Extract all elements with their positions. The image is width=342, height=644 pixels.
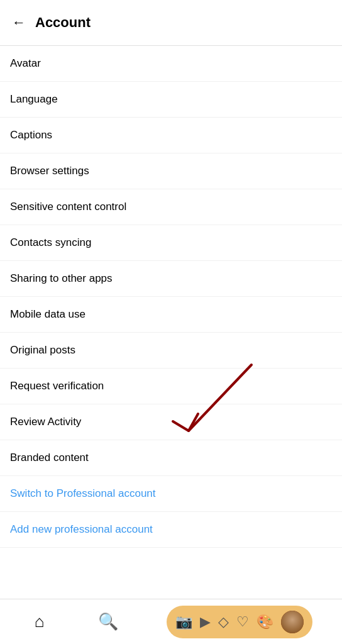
- diamond-icon[interactable]: ◇: [218, 614, 229, 630]
- bottom-navigation: ⌂ 🔍 📷 ▶ ◇ ♡ 🎨: [0, 599, 342, 644]
- menu-item-avatar[interactable]: Avatar: [0, 46, 342, 82]
- menu-item-language[interactable]: Language: [0, 82, 342, 118]
- menu-item-review-activity[interactable]: Review Activity: [0, 404, 342, 440]
- back-arrow-icon: ←: [12, 14, 26, 31]
- menu-item-original-posts[interactable]: Original posts: [0, 333, 342, 369]
- back-button[interactable]: ←: [8, 11, 30, 34]
- home-icon: ⌂: [35, 612, 45, 631]
- menu-item-mobile-data[interactable]: Mobile data use: [0, 297, 342, 333]
- menu-item-switch-professional[interactable]: Switch to Professional account: [0, 476, 342, 512]
- menu-item-add-professional[interactable]: Add new professional account: [0, 512, 342, 548]
- palette-icon[interactable]: 🎨: [256, 614, 273, 630]
- search-icon: 🔍: [98, 612, 118, 631]
- profile-avatar[interactable]: [281, 611, 304, 633]
- search-button[interactable]: 🔍: [93, 607, 123, 636]
- page-title: Account: [35, 14, 91, 31]
- header: ← Account: [0, 0, 342, 46]
- home-button[interactable]: ⌂: [30, 607, 50, 636]
- nav-pill: 📷 ▶ ◇ ♡ 🎨: [167, 606, 312, 638]
- avatar-image: [281, 611, 304, 633]
- camera-icon[interactable]: 📷: [175, 614, 192, 630]
- menu-item-captions[interactable]: Captions: [0, 118, 342, 153]
- account-menu-list: AvatarLanguageCaptionsBrowser settingsSe…: [0, 46, 342, 548]
- menu-item-branded-content[interactable]: Branded content: [0, 440, 342, 476]
- video-icon[interactable]: ▶: [200, 614, 211, 630]
- menu-item-sensitive-content[interactable]: Sensitive content control: [0, 189, 342, 225]
- menu-item-request-verification[interactable]: Request verification: [0, 369, 342, 404]
- menu-item-contacts-syncing[interactable]: Contacts syncing: [0, 225, 342, 261]
- heart-icon[interactable]: ♡: [236, 614, 249, 630]
- menu-item-browser-settings[interactable]: Browser settings: [0, 153, 342, 189]
- menu-item-sharing-apps[interactable]: Sharing to other apps: [0, 261, 342, 297]
